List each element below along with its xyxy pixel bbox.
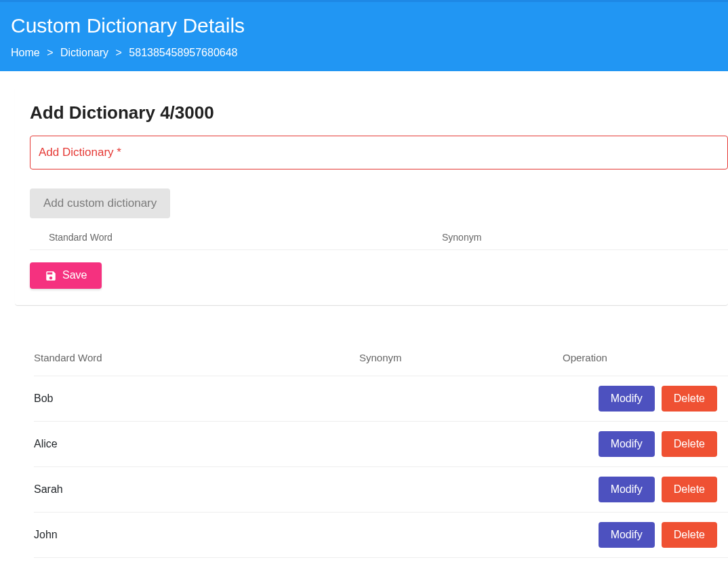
col-synonym: Synonym bbox=[442, 232, 728, 243]
cell-standard-word: John bbox=[34, 529, 359, 541]
add-dictionary-heading: Add Dictionary 4/3000 bbox=[30, 102, 728, 123]
table-header: Standard Word Synonym Operation bbox=[34, 340, 728, 376]
table-body: BobModifyDeleteAliceModifyDeleteSarahMod… bbox=[34, 376, 728, 558]
th-standard-word: Standard Word bbox=[34, 352, 359, 363]
add-section-columns: Standard Word Synonym bbox=[30, 218, 728, 250]
cell-operation: ModifyDelete bbox=[563, 386, 723, 412]
cell-standard-word: Sarah bbox=[34, 483, 359, 496]
breadcrumb: Home > Dictionary > 581385458957680648 bbox=[11, 47, 717, 59]
cell-operation: ModifyDelete bbox=[563, 431, 723, 457]
page-title: Custom Dictionary Details bbox=[11, 14, 717, 37]
col-standard-word: Standard Word bbox=[49, 232, 442, 243]
table-row: BobModifyDelete bbox=[34, 376, 728, 422]
add-dictionary-card: Add Dictionary 4/3000 Add Dictionary * A… bbox=[15, 86, 728, 306]
save-icon bbox=[45, 269, 57, 282]
cell-standard-word: Bob bbox=[34, 393, 359, 405]
cell-operation: ModifyDelete bbox=[563, 522, 723, 548]
dictionary-list-card: Standard Word Synonym Operation BobModif… bbox=[15, 321, 728, 558]
page-header: Custom Dictionary Details Home > Diction… bbox=[0, 0, 728, 71]
table-row: SarahModifyDelete bbox=[34, 467, 728, 513]
breadcrumb-sep: > bbox=[47, 47, 53, 58]
delete-button[interactable]: Delete bbox=[662, 386, 717, 412]
cell-operation: ModifyDelete bbox=[563, 477, 723, 502]
cell-standard-word: Alice bbox=[34, 438, 359, 450]
th-operation: Operation bbox=[563, 352, 728, 363]
save-button[interactable]: Save bbox=[30, 262, 102, 289]
add-custom-dictionary-button[interactable]: Add custom dictionary bbox=[30, 188, 170, 218]
breadcrumb-sep: > bbox=[116, 47, 122, 58]
breadcrumb-home[interactable]: Home bbox=[11, 47, 40, 58]
breadcrumb-dictionary[interactable]: Dictionary bbox=[60, 47, 108, 58]
modify-button[interactable]: Modify bbox=[599, 431, 655, 457]
modify-button[interactable]: Modify bbox=[599, 477, 655, 502]
table-row: AliceModifyDelete bbox=[34, 422, 728, 467]
add-dictionary-input[interactable]: Add Dictionary * bbox=[30, 136, 728, 169]
delete-button[interactable]: Delete bbox=[662, 477, 717, 502]
add-dictionary-input-placeholder: Add Dictionary * bbox=[39, 146, 121, 159]
modify-button[interactable]: Modify bbox=[599, 522, 655, 548]
th-synonym: Synonym bbox=[359, 352, 563, 363]
table-row: JohnModifyDelete bbox=[34, 513, 728, 558]
delete-button[interactable]: Delete bbox=[662, 522, 717, 548]
delete-button[interactable]: Delete bbox=[662, 431, 717, 457]
breadcrumb-id: 581385458957680648 bbox=[129, 47, 237, 58]
save-button-label: Save bbox=[62, 269, 87, 281]
modify-button[interactable]: Modify bbox=[599, 386, 655, 412]
